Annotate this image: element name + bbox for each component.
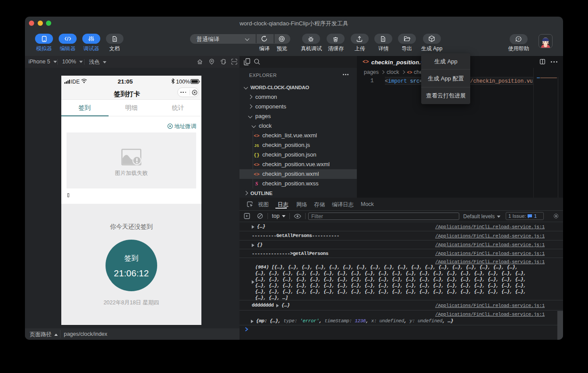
svg-text:?: ? (518, 37, 520, 41)
